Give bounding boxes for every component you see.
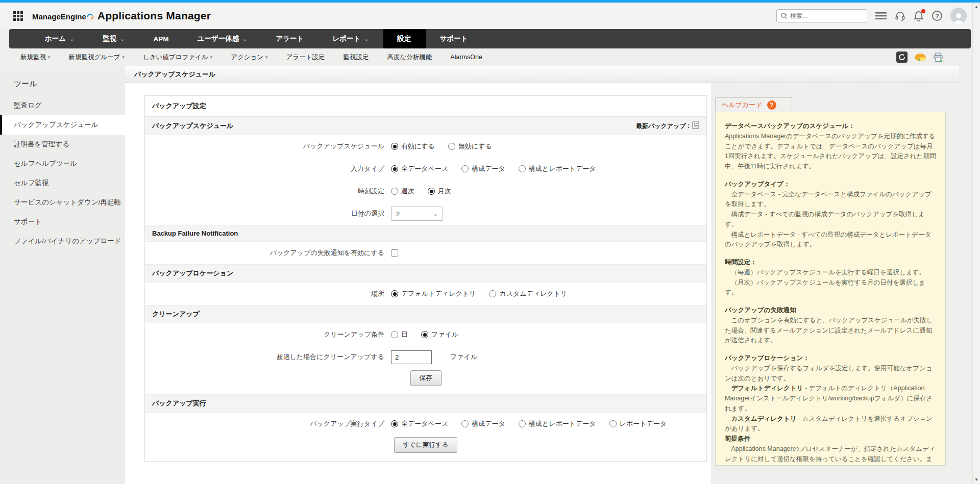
backup-form-card: バックアップ設定 バックアップスケジュール最新バックアップ :バックアップスケジ…: [144, 95, 707, 462]
subnav: 新規監視▾新規監視グループ▾しきい値プロファイル▾アクション▾アラート設定監視設…: [0, 48, 980, 66]
headset-icon[interactable]: [895, 11, 905, 21]
subnav-item-label: 新規監視グループ: [69, 53, 120, 62]
radio-option[interactable]: 構成とレポートデータ: [519, 164, 596, 173]
radio-option-label: ファイル: [431, 330, 458, 339]
latest-backup-report-icon[interactable]: [692, 121, 699, 131]
sidebar-item-6[interactable]: サポート: [0, 212, 125, 232]
radio-unchecked[interactable]: [461, 165, 469, 172]
subnav-item-6[interactable]: 高度な分析機能: [387, 53, 432, 62]
nav-item-3[interactable]: ユーザー体感⌄: [183, 29, 262, 48]
radio-checked[interactable]: [391, 165, 398, 172]
chevron-down-icon: ▾: [48, 55, 51, 60]
radio-option[interactable]: 日: [391, 330, 408, 339]
nav-item-7[interactable]: サポート: [426, 29, 482, 48]
sidebar-item-3[interactable]: セルフヘルプツール: [0, 154, 125, 173]
sidebar-item-5[interactable]: サービスのシャットダウン/再起動: [0, 193, 125, 212]
radio-option[interactable]: 構成データ: [461, 419, 505, 428]
subnav-item-3[interactable]: アクション▾: [231, 53, 268, 62]
button-row: すぐに実行する: [145, 435, 706, 461]
help-line: このオプションを有効にすると、バックアップスケジュールが失敗した場合、関連するメ…: [725, 316, 936, 346]
radio-unchecked[interactable]: [461, 420, 469, 427]
radio-checked[interactable]: [421, 331, 428, 338]
hamburger-menu-icon[interactable]: [875, 12, 887, 20]
row-label: 時刻設定: [145, 187, 391, 196]
radio-option-label: 日: [401, 330, 408, 339]
cleanup-count-input[interactable]: [391, 350, 432, 364]
scroll-down-icon[interactable]: ▼: [974, 477, 978, 482]
nav-item-1[interactable]: 監視⌄: [88, 29, 139, 48]
radio-option[interactable]: カスタムディレクトリ: [489, 289, 567, 298]
nav-item-4[interactable]: アラート: [261, 29, 318, 48]
help-card-tab[interactable]: ヘルプカード ?: [715, 97, 792, 112]
date-select[interactable]: 2⌄: [391, 207, 443, 221]
latest-backup-label: 最新バックアップ :: [636, 121, 699, 131]
radio-checked[interactable]: [391, 290, 398, 297]
radio-option-label: 無効にする: [458, 142, 492, 151]
section-header-label: バックアップスケジュール: [152, 121, 233, 131]
row-label: 超過した場合にクリーンアップする: [145, 352, 391, 362]
nav-item-5[interactable]: レポート⌄: [318, 29, 383, 48]
print-icon[interactable]: [933, 53, 943, 62]
radio-unchecked[interactable]: [448, 143, 455, 150]
manageengine-logo-text: ManageEngine: [32, 12, 86, 21]
radio-option[interactable]: 全データベース: [391, 419, 448, 428]
subnav-item-2[interactable]: しきい値プロファイル▾: [143, 53, 212, 62]
radio-option[interactable]: 無効にする: [448, 142, 492, 151]
radio-option[interactable]: 週次: [391, 187, 414, 196]
nav-item-2[interactable]: APM: [139, 29, 183, 48]
radio-unchecked[interactable]: [391, 188, 398, 195]
form-row-0-0: バックアップスケジュール有効にする無効にする: [145, 135, 706, 158]
subnav-item-7[interactable]: AlarmsOne: [450, 53, 482, 62]
subnav-item-4[interactable]: アラート設定: [286, 53, 325, 62]
radio-unchecked[interactable]: [519, 420, 526, 427]
radio-unchecked[interactable]: [519, 165, 526, 172]
nav-item-label: ホーム: [45, 34, 66, 43]
user-avatar[interactable]: [950, 8, 967, 24]
radio-option[interactable]: レポートデータ: [609, 419, 667, 428]
help-line: 構成とレポートデータ - すべての監視の構成データとレポートデータのバックアップ…: [725, 230, 936, 250]
run-now-button[interactable]: すぐに実行する: [394, 437, 458, 453]
search-input[interactable]: [790, 12, 863, 19]
help-icon[interactable]: ?: [932, 11, 942, 21]
subnav-item-5[interactable]: 監視設定: [344, 53, 369, 62]
sidebar-items: 監査ログバックアップスケジュール証明書を管理するセルフヘルプツールセルフ監視サー…: [0, 96, 125, 251]
radio-option[interactable]: 構成データ: [461, 164, 505, 173]
save-button[interactable]: 保存: [410, 370, 442, 386]
select-value: 2: [396, 210, 400, 218]
refresh-icon[interactable]: [896, 52, 908, 63]
row-controls: 週次月次: [391, 187, 451, 196]
help-line: Applications Managerのデータベースのバックアップを定期的に作…: [725, 132, 936, 172]
radio-checked[interactable]: [428, 188, 435, 195]
form-row-4-0: バックアップ実行タイプ全データベース構成データ構成とレポートデータレポートデータ: [145, 413, 706, 435]
sidebar-item-7[interactable]: ファイル/バイナリのアップロード: [0, 232, 125, 251]
radio-option[interactable]: 構成とレポートデータ: [519, 419, 596, 428]
radio-checked[interactable]: [391, 143, 398, 150]
page-scrollbar[interactable]: ▲ ▼: [972, 3, 980, 484]
waffle-menu-icon[interactable]: [13, 11, 23, 21]
radio-option[interactable]: 全データベース: [391, 164, 448, 173]
nav-item-6[interactable]: 設定: [383, 29, 426, 48]
sidebar-item-2[interactable]: 証明書を管理する: [0, 135, 125, 154]
sidebar-item-1[interactable]: バックアップスケジュール: [0, 115, 125, 135]
nav-item-0[interactable]: ホーム⌄: [31, 29, 88, 48]
chevron-down-icon: ⌄: [120, 37, 125, 40]
radio-unchecked[interactable]: [609, 420, 617, 427]
failure-notification-checkbox[interactable]: [391, 249, 398, 257]
sidebar-item-0[interactable]: 監査ログ: [0, 96, 125, 115]
radio-option[interactable]: 有効にする: [391, 142, 435, 151]
scroll-up-icon[interactable]: ▲: [974, 5, 978, 9]
subnav-item-0[interactable]: 新規監視▾: [20, 53, 51, 62]
radio-option[interactable]: 月次: [428, 187, 451, 196]
radio-option-label: 構成とレポートデータ: [529, 419, 596, 428]
notification-bell-icon[interactable]: [914, 11, 924, 21]
sidebar-item-4[interactable]: セルフ監視: [0, 173, 125, 193]
radio-checked[interactable]: [391, 420, 398, 427]
pie-chart-icon[interactable]: [914, 53, 926, 62]
radio-unchecked[interactable]: [489, 290, 496, 297]
subnav-item-1[interactable]: 新規監視グループ▾: [69, 53, 125, 62]
radio-unchecked[interactable]: [391, 331, 398, 338]
radio-option[interactable]: ファイル: [421, 330, 458, 339]
nav-item-label: サポート: [440, 34, 468, 43]
radio-option-label: 週次: [401, 187, 414, 196]
radio-option[interactable]: デフォルトディレクトリ: [391, 289, 476, 298]
